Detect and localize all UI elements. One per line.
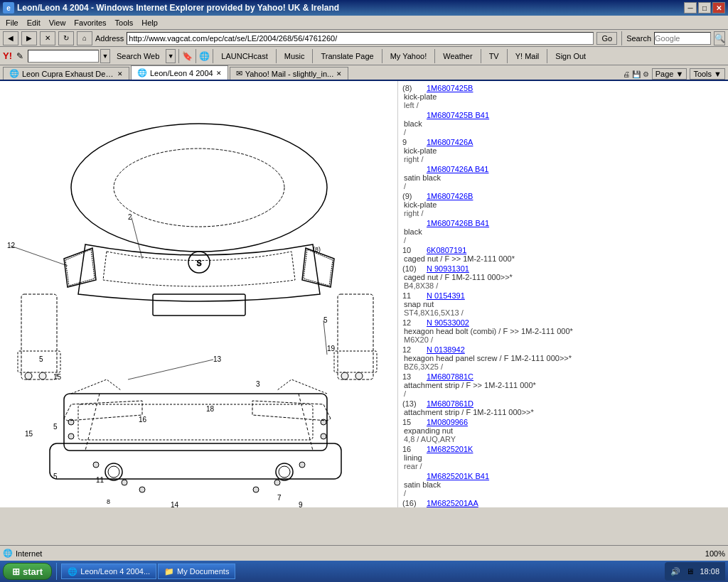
part-id-link[interactable]: 1M6807861D bbox=[427, 399, 473, 408]
home-button[interactable]: ⌂ bbox=[77, 31, 92, 45]
part-detail: B4,8X38 / bbox=[402, 281, 724, 290]
google-search-input[interactable] bbox=[654, 32, 711, 45]
part-id-link[interactable]: 1M6807426B B41 bbox=[427, 219, 489, 227]
page-button[interactable]: Page ▼ bbox=[652, 68, 687, 80]
part-13b: (13) 1M6807861D attachment strip / F 1M-… bbox=[402, 399, 724, 416]
maximize-button[interactable]: □ bbox=[698, 2, 711, 14]
part-id-link[interactable]: 1M6807425B B41 bbox=[427, 111, 489, 119]
label-3: 3 bbox=[256, 380, 260, 388]
part-ref bbox=[402, 219, 424, 227]
stop-button[interactable]: ✕ bbox=[40, 31, 55, 45]
yahoo-search-input[interactable] bbox=[28, 50, 99, 63]
part-detail: M6X20 / bbox=[402, 335, 724, 344]
part-desc: satin black bbox=[402, 173, 724, 182]
tabs-bar: 🌐 Leon Cupra Exhaust Dev... ✕ 🌐 Leon/Leo… bbox=[0, 65, 728, 81]
search-web-dropdown[interactable]: ▼ bbox=[166, 49, 176, 63]
label-8: (8) bbox=[313, 246, 321, 253]
svg-line-35 bbox=[128, 360, 213, 379]
tab-yahoo-mail[interactable]: ✉ Yahoo! Mail - slightly_in... ✕ bbox=[230, 67, 349, 80]
system-time: 18:08 bbox=[700, 567, 719, 576]
part-12: 12 N 90533002 hexagon head bolt (combi) … bbox=[402, 318, 724, 344]
tv-button[interactable]: TV bbox=[484, 50, 504, 63]
forward-button[interactable]: ▶ bbox=[21, 31, 37, 45]
minimize-button[interactable]: ─ bbox=[684, 2, 697, 14]
volume-icon: 🔊 bbox=[670, 567, 680, 576]
part-desc: snap nut bbox=[402, 300, 724, 308]
svg-rect-4 bbox=[50, 443, 341, 479]
part-desc: caged nut / F >> 1M-2-111 000* bbox=[402, 254, 724, 263]
tab-close-icon3[interactable]: ✕ bbox=[336, 70, 342, 77]
part-id-link[interactable]: 1M6807426A bbox=[427, 138, 473, 146]
part-9-b41: 1M6807426A B41 satin black / bbox=[402, 165, 724, 190]
part-id-link[interactable]: 1M6825201K B41 bbox=[427, 472, 489, 480]
sign-out-button[interactable]: Sign Out bbox=[550, 50, 591, 63]
part-id-link[interactable]: 6K0807191 bbox=[427, 246, 466, 254]
menu-edit[interactable]: Edit bbox=[23, 17, 45, 28]
part-detail: / bbox=[402, 128, 724, 136]
search-web-button[interactable]: Search Web bbox=[112, 50, 164, 63]
taskbar-items: 🌐 Leon/Leon 4 2004... 📁 My Documents bbox=[61, 564, 662, 579]
part-desc: kick-plate bbox=[402, 146, 724, 155]
part-detail: ST4,8X16,5X13 / bbox=[402, 308, 724, 317]
part-id-link[interactable]: N 90931301 bbox=[427, 264, 469, 273]
launchcast-button[interactable]: LAUNCHcast bbox=[216, 50, 272, 63]
menu-view[interactable]: View bbox=[45, 17, 70, 28]
tools-button[interactable]: Tools ▼ bbox=[690, 68, 725, 80]
pen-icon: ✎ bbox=[16, 51, 23, 61]
label-14: 14 bbox=[171, 501, 179, 507]
parts-list: (8) 1M6807425B kick-plate left / 1M68074… bbox=[398, 81, 728, 507]
ie-tab-icon: 🌐 bbox=[9, 69, 19, 78]
search-icon[interactable]: 🔍 bbox=[714, 31, 725, 45]
search-dropdown-icon[interactable]: ▼ bbox=[100, 49, 110, 63]
menu-favorites[interactable]: Favorites bbox=[70, 17, 110, 28]
part-11: 11 N 0154391 snap nut ST4,8X16,5X13 / bbox=[402, 291, 724, 317]
tab-close-icon2[interactable]: ✕ bbox=[216, 70, 222, 77]
my-yahoo-button[interactable]: My Yahoo! bbox=[385, 50, 432, 63]
part-id-link[interactable]: N 0154391 bbox=[427, 291, 465, 300]
translate-button[interactable]: Translate Page bbox=[316, 50, 378, 63]
label-5c: 5 bbox=[53, 423, 58, 431]
weather-button[interactable]: Weather bbox=[438, 50, 477, 63]
start-button[interactable]: ⊞ start bbox=[3, 563, 52, 580]
menu-tools[interactable]: Tools bbox=[111, 17, 138, 28]
part-id-link[interactable]: 1M6807426B bbox=[427, 192, 473, 200]
part-id-link[interactable]: 1M0809966 bbox=[427, 418, 468, 426]
part-id-link[interactable]: N 90533002 bbox=[427, 318, 469, 327]
back-button[interactable]: ◀ bbox=[3, 31, 18, 45]
window-title: Leon/Leon 4 2004 - Windows Internet Expl… bbox=[17, 3, 339, 13]
part-id-link[interactable]: 1M6807425B bbox=[427, 84, 473, 92]
tab-leon-4-2004[interactable]: 🌐 Leon/Leon 4 2004 ✕ bbox=[131, 65, 228, 80]
tab-label2: Leon/Leon 4 2004 bbox=[150, 69, 213, 77]
part-id-link[interactable]: N 0138942 bbox=[427, 345, 465, 354]
part-id-link[interactable]: 1M6825201K bbox=[427, 445, 473, 453]
tab-close-icon[interactable]: ✕ bbox=[117, 70, 123, 77]
label-15: 15 bbox=[25, 430, 33, 438]
music-button[interactable]: Music bbox=[279, 50, 310, 63]
status-left: 🌐 Internet bbox=[3, 549, 42, 558]
taskbar-item-docs[interactable]: 📁 My Documents bbox=[158, 564, 235, 579]
svg-point-27 bbox=[122, 480, 127, 485]
go-button[interactable]: Go bbox=[596, 32, 617, 45]
yahoo-toolbar: Y! ✎ ▼ Search Web ▼ 🔖 🌐 LAUNCHcast Music… bbox=[0, 47, 728, 65]
part-detail: right / bbox=[402, 155, 724, 163]
yi-mail-button[interactable]: Y! Mail bbox=[510, 50, 545, 63]
address-input[interactable] bbox=[127, 32, 594, 45]
taskbar-item-ie[interactable]: 🌐 Leon/Leon 4 2004... bbox=[61, 564, 156, 579]
close-button[interactable]: ✕ bbox=[712, 2, 725, 14]
title-bar-buttons: ─ □ ✕ bbox=[684, 2, 725, 14]
refresh-button[interactable]: ↻ bbox=[58, 31, 74, 45]
part-desc: lining bbox=[402, 453, 724, 462]
sep2 bbox=[196, 49, 196, 63]
menu-file[interactable]: File bbox=[1, 17, 23, 28]
part-id-link[interactable]: 1M6807426A B41 bbox=[427, 165, 488, 173]
part-id-link[interactable]: 1M6825201AA bbox=[427, 499, 478, 507]
part-id-link[interactable]: 1M6807881C bbox=[427, 372, 473, 381]
part-15: 15 1M0809966 expanding nut 4,8 / AUQ,ARY bbox=[402, 418, 724, 443]
status-bar: 🌐 Internet 100% bbox=[0, 545, 728, 561]
menu-help[interactable]: Help bbox=[137, 17, 162, 28]
tab-label: Leon Cupra Exhaust Dev... bbox=[22, 70, 114, 78]
sep6 bbox=[382, 49, 382, 63]
svg-point-20 bbox=[39, 372, 46, 379]
tab-leon-exhaust[interactable]: 🌐 Leon Cupra Exhaust Dev... ✕ bbox=[3, 67, 129, 80]
label-7: 7 bbox=[277, 494, 282, 502]
